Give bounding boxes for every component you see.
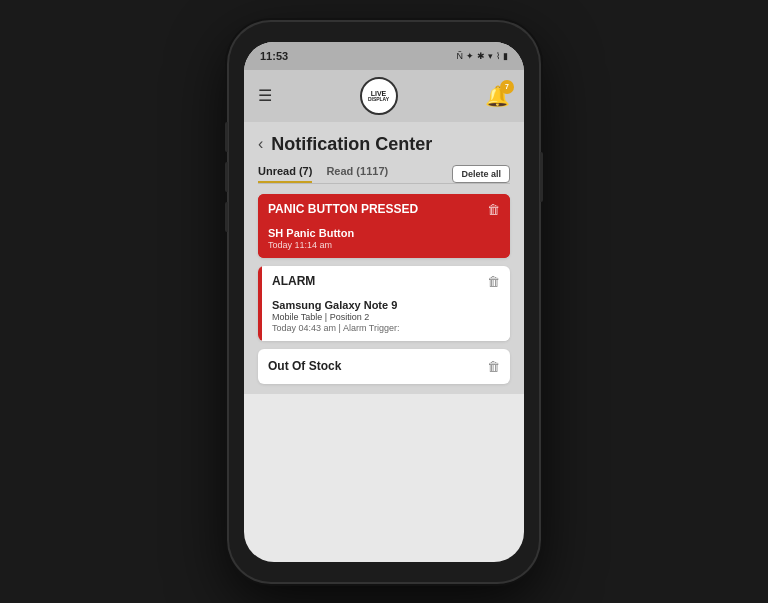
- wifi2-icon: ⌇: [496, 51, 500, 61]
- notification-alarm[interactable]: ALARM 🗑 Samsung Galaxy Note 9 Mobile Tab…: [258, 266, 510, 341]
- panic-type-label: PANIC BUTTON PRESSED: [268, 202, 418, 216]
- panic-device-name: SH Panic Button: [268, 227, 500, 239]
- panic-time: Today 11:14 am: [268, 240, 500, 250]
- notification-panic[interactable]: PANIC BUTTON PRESSED 🗑 SH Panic Button T…: [258, 194, 510, 258]
- status-icons: Ñ ✦ ✱ ▾ ⌇ ▮: [457, 51, 509, 61]
- logo: LIVE DISPLAY: [360, 77, 398, 115]
- hamburger-menu-icon[interactable]: ☰: [258, 86, 272, 105]
- wifi-icon: ▾: [488, 51, 493, 61]
- signal-icon: Ñ: [457, 51, 464, 61]
- notifications-list: PANIC BUTTON PRESSED 🗑 SH Panic Button T…: [244, 184, 524, 394]
- notification-out-of-stock[interactable]: Out Of Stock 🗑: [258, 349, 510, 384]
- oos-delete-icon[interactable]: 🗑: [487, 359, 500, 374]
- tabs-row: Unread (7) Read (1117) Delete all: [244, 155, 524, 183]
- battery-icon: ▮: [503, 51, 508, 61]
- bell-wrapper: 🔔 7: [485, 84, 510, 108]
- phone-screen: 11:53 Ñ ✦ ✱ ▾ ⌇ ▮ ☰ LIVE DISPLAY 🔔 7: [244, 42, 524, 562]
- phone-device: 11:53 Ñ ✦ ✱ ▾ ⌇ ▮ ☰ LIVE DISPLAY 🔔 7: [229, 22, 539, 582]
- alarm-type-label: ALARM: [272, 274, 315, 288]
- nc-header: ‹ Notification Center: [244, 122, 524, 155]
- status-time: 11:53: [260, 50, 288, 62]
- bluetooth-icon: ✦: [466, 51, 474, 61]
- status-bar: 11:53 Ñ ✦ ✱ ▾ ⌇ ▮: [244, 42, 524, 70]
- notification-badge: 7: [500, 80, 514, 94]
- alarm-delete-icon[interactable]: 🗑: [487, 274, 500, 289]
- alarm-time: Today 04:43 am | Alarm Trigger:: [272, 323, 500, 333]
- alarm-body: Samsung Galaxy Note 9 Mobile Table | Pos…: [262, 295, 510, 341]
- tab-unread[interactable]: Unread (7): [258, 165, 312, 183]
- alarm-inner: ALARM 🗑 Samsung Galaxy Note 9 Mobile Tab…: [258, 266, 510, 341]
- alarm-device-name: Samsung Galaxy Note 9: [272, 299, 500, 311]
- panic-header-row: PANIC BUTTON PRESSED 🗑: [258, 194, 510, 223]
- settings-icon: ✱: [477, 51, 485, 61]
- delete-all-button[interactable]: Delete all: [452, 165, 510, 183]
- top-bar: ☰ LIVE DISPLAY 🔔 7: [244, 70, 524, 122]
- logo-display-text: DISPLAY: [368, 97, 389, 102]
- oos-type-label: Out Of Stock: [268, 359, 341, 373]
- alarm-right-content: ALARM 🗑 Samsung Galaxy Note 9 Mobile Tab…: [262, 266, 510, 341]
- alarm-sub: Mobile Table | Position 2: [272, 312, 500, 322]
- tab-read[interactable]: Read (1117): [326, 165, 388, 183]
- page-title: Notification Center: [271, 134, 432, 155]
- panic-body: SH Panic Button Today 11:14 am: [258, 223, 510, 258]
- panic-delete-icon[interactable]: 🗑: [487, 202, 500, 217]
- main-content: ‹ Notification Center Unread (7) Read (1…: [244, 122, 524, 394]
- alarm-header-row: ALARM 🗑: [262, 266, 510, 295]
- back-button[interactable]: ‹: [258, 135, 263, 153]
